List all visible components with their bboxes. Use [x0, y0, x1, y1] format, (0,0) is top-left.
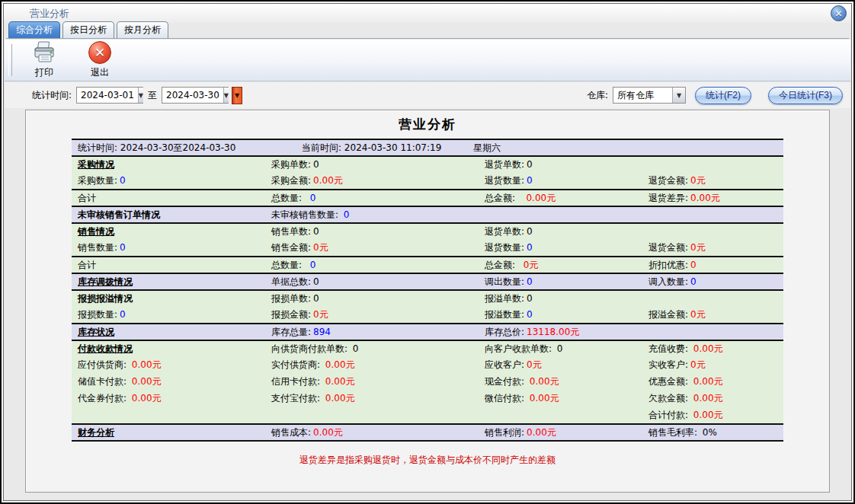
chevron-down-icon[interactable]: ▼	[138, 88, 143, 103]
report-cell: 未审核销售订单情况	[78, 209, 271, 222]
report-cell: 报溢金额:0元	[648, 308, 783, 321]
report-cell: 应收客户:0元	[485, 359, 648, 372]
report-cell: 实收客户:0元	[648, 359, 783, 372]
cell-label: 销售单数:	[271, 226, 311, 237]
cell-label: 应收客户:	[485, 359, 524, 370]
cell-value: 0	[690, 260, 696, 270]
cell-label: 报溢数量:	[485, 309, 524, 320]
cell-value: 0.00元	[693, 343, 723, 354]
cell-label: 库存状况	[78, 327, 114, 337]
cell-value: 0	[313, 159, 319, 170]
cell-value: 0	[313, 276, 319, 287]
cell-value: 0	[557, 343, 563, 354]
close-icon[interactable]: ✕	[831, 5, 847, 21]
report-row: 应付供货商: 0.00元实付供货商: 0.00元应收客户:0元实收客户:0元	[72, 356, 783, 373]
cell-value: 0	[313, 226, 319, 237]
tab-strip: 综合分析 按日分析 按月分析	[6, 24, 849, 39]
report-title: 营业分析	[26, 116, 829, 133]
cell-label: 总金额:	[485, 193, 518, 203]
cell-value: 0.00元	[693, 393, 723, 404]
cell-label: 报溢金额:	[648, 309, 688, 320]
cell-label: 采购数量:	[78, 175, 117, 186]
cell-label: 向供货商付款单数:	[271, 343, 351, 354]
stat-f2-button[interactable]: 统计(F2)	[695, 87, 751, 104]
report-row: 采购数量:0采购金额:0.00元退货数量:0退货金额:0元	[72, 172, 783, 189]
cell-label: 总数量:	[271, 193, 305, 203]
report-cell: 财务分析	[78, 426, 271, 439]
cell-label: 未审核销售数量:	[271, 209, 341, 220]
cell-value: 0	[527, 175, 533, 186]
cell-label: 退货数量:	[485, 175, 524, 186]
date-from-value: 2024-03-01	[77, 90, 138, 100]
cell-label: 销售毛利率:	[648, 427, 700, 438]
quick-range-dropdown-button[interactable]: ▼	[232, 87, 242, 104]
report-cell: 库存状况	[78, 326, 271, 339]
today-stat-f3-button[interactable]: 今日统计(F3)	[768, 87, 843, 104]
cell-label: 欠款金额:	[648, 393, 691, 404]
tab-monthly-analysis[interactable]: 按月分析	[117, 21, 168, 38]
report-cell: 实付供货商: 0.00元	[271, 359, 485, 372]
cell-label: 销售金额:	[271, 242, 311, 253]
report-cell: 储值卡付款: 0.00元	[78, 375, 271, 388]
cell-label: 销售情况	[78, 226, 114, 237]
cell-label: 充值收费:	[648, 343, 691, 354]
cell-label: 采购情况	[78, 159, 114, 170]
cell-label: 实付供货商:	[271, 359, 323, 370]
cell-label: 库存调拨情况	[78, 276, 133, 287]
report-cell: 库存调拨情况	[78, 276, 271, 289]
cell-label: 总金额:	[485, 260, 518, 270]
cell-value: 0	[353, 343, 359, 354]
cell-label: 退货金额:	[648, 175, 688, 186]
tab-comprehensive-analysis[interactable]: 综合分析	[8, 21, 60, 38]
cell-value: 0	[527, 242, 533, 253]
report-cell: 报损单数:0	[271, 292, 485, 305]
cell-value: 0元	[690, 359, 706, 370]
print-button[interactable]: 打印	[27, 40, 61, 81]
cell-value: 0	[307, 260, 315, 270]
business-analysis-window: 营业分析 ✕ 综合分析 按日分析 按月分析 打印 ✕	[0, 0, 855, 504]
cell-label: 星期六	[473, 142, 501, 153]
warehouse-value: 所有仓库	[613, 89, 658, 102]
warehouse-select[interactable]: 所有仓库 ▼	[613, 87, 686, 104]
cell-value: 0	[527, 226, 533, 237]
cell-label: 统计时间: 2024-03-30至2024-03-30	[78, 142, 235, 153]
exit-button[interactable]: ✕ 退出	[84, 40, 116, 81]
cell-value: 0.00元	[527, 427, 556, 438]
report-row: 合计总数量: 0总金额: 0元折扣优惠:0	[72, 256, 783, 273]
cell-label: 合计	[78, 193, 96, 203]
report-row: 销售情况销售单数:0退货单数:0	[72, 222, 783, 239]
report-cell: 总数量: 0	[271, 259, 485, 272]
report-cell: 总数量: 0	[271, 192, 485, 205]
title-bar: 营业分析 ✕	[4, 4, 851, 23]
cell-label: 折扣优惠:	[648, 260, 688, 270]
cell-value: 0.00元	[693, 376, 723, 387]
report-cell: 退货金额:0元	[648, 241, 783, 254]
cell-label: 报损报溢情况	[78, 293, 133, 304]
report-cell: 销售金额:0元	[271, 241, 485, 254]
report-cell: 库存总量:894	[271, 326, 485, 339]
date-to-picker[interactable]: 2024-03-30 ▼	[162, 87, 229, 104]
cell-label: 退货差异:	[648, 193, 688, 203]
cell-label: 报溢单数:	[485, 293, 524, 304]
cell-value: 0.00元	[693, 410, 723, 420]
report-cell: 未审核销售数量: 0	[271, 209, 485, 222]
cell-value: 0.00元	[132, 393, 162, 404]
chevron-down-icon[interactable]: ▼	[223, 88, 229, 103]
cell-label: 向客户收款单数:	[485, 343, 555, 354]
report-cell: 报损金额:0元	[271, 308, 485, 321]
report-cell: 采购金额:0.00元	[271, 174, 485, 187]
date-from-picker[interactable]: 2024-03-01 ▼	[76, 87, 143, 104]
report-row: 储值卡付款: 0.00元信用卡付款: 0.00元现金付款: 0.00元优惠金额:…	[72, 373, 783, 390]
report-cell: 优惠金额: 0.00元	[648, 375, 783, 388]
cell-label: 优惠金额:	[648, 376, 691, 387]
cell-label: 销售数量:	[78, 242, 117, 253]
cell-value: 0.00元	[530, 393, 559, 404]
cell-label: 信用卡付款:	[271, 376, 323, 387]
report-cell: 信用卡付款: 0.00元	[271, 375, 485, 388]
report-cell: 退货金额:0元	[648, 174, 783, 187]
report-cell: 向客户收款单数: 0	[485, 343, 648, 356]
cell-label: 调出数量:	[485, 276, 524, 287]
tab-daily-analysis[interactable]: 按日分析	[62, 21, 114, 38]
report-cell: 库存总价:13118.00元	[485, 326, 648, 339]
chevron-down-icon[interactable]: ▼	[672, 88, 685, 103]
